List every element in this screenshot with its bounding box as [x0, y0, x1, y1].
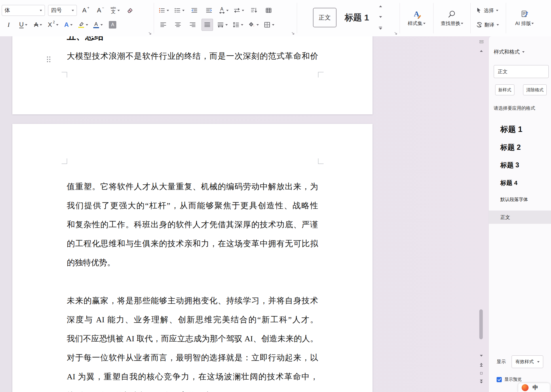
- gallery-scroll-up-button[interactable]: [378, 5, 383, 8]
- justify-button[interactable]: [202, 19, 213, 31]
- select-button[interactable]: 选择: [474, 4, 502, 17]
- decrease-indent-button[interactable]: [189, 4, 200, 16]
- style-chip-normal[interactable]: 正文: [313, 8, 337, 27]
- document-line[interactable]: 我们提供了更强大的“杠杆”，从而能够聚焦于更具创造性、战略性: [67, 196, 318, 215]
- style-item-heading2[interactable]: 标题 2: [489, 138, 551, 156]
- panel-title-row[interactable]: 样式和格式: [494, 48, 525, 55]
- select-browse-object-button[interactable]: [478, 372, 485, 374]
- select-label: 选择: [484, 7, 494, 14]
- next-page-button[interactable]: [478, 380, 485, 383]
- style-chip-heading1[interactable]: 标题 1: [339, 8, 374, 27]
- document-line[interactable]: 大模型技术浪潮不是软件行业的终结，而是一次深刻的范式革命和价: [67, 47, 318, 66]
- show-styles-combo[interactable]: 有效样式: [512, 355, 543, 368]
- ruler-toggle-button[interactable]: [478, 40, 485, 43]
- show-row: 显示 有效样式: [497, 355, 543, 368]
- document-line[interactable]: 找到属于自己的新坐标，飞向更高的天空。: [67, 386, 318, 392]
- font-size-value: 四号: [51, 7, 62, 14]
- scrollbar-thumb[interactable]: [479, 309, 483, 339]
- clear-format-button[interactable]: [124, 4, 136, 16]
- document-line[interactable]: 深度与 AI 能力、业务理解、创新思维完美结合的“新工科”人才。: [67, 310, 318, 329]
- chevron-down-icon: [40, 24, 42, 26]
- find-replace-button[interactable]: 查找替换: [434, 0, 470, 36]
- document-page-1[interactable]: 五、总结 大模型技术浪潮不是软件行业的终结，而是一次深刻的范式革命和价: [12, 36, 373, 114]
- show-preview-checkbox[interactable]: [497, 377, 502, 382]
- increase-indent-icon: [206, 7, 212, 14]
- translate-label: 翻译: [485, 22, 494, 28]
- style-item-heading3[interactable]: 标题 3: [489, 156, 551, 174]
- text-effects-button[interactable]: A: [62, 19, 74, 31]
- pinyin-guide-button[interactable]: wén 文: [109, 4, 121, 16]
- current-style-box[interactable]: 正文: [494, 65, 549, 78]
- numbered-list-button[interactable]: [173, 4, 185, 16]
- chevron-down-icon: [379, 16, 382, 18]
- chevron-down-icon: [25, 24, 27, 26]
- document-page-2[interactable]: 值重塑。它将软件人才从大量重复、机械的编码劳动中解放出来，为 我们提供了更强大的…: [12, 124, 373, 392]
- chevron-down-icon: [537, 361, 539, 363]
- bullet-list-button[interactable]: [157, 4, 170, 16]
- previous-page-button[interactable]: [478, 363, 485, 367]
- line-spacing-button[interactable]: [232, 19, 244, 31]
- gallery-expand-button[interactable]: [378, 26, 383, 30]
- italic-button[interactable]: I: [3, 19, 14, 31]
- justify-icon: [204, 21, 211, 28]
- clear-format-panel-button[interactable]: 清除格式: [523, 84, 547, 95]
- paragraph-dialog-launcher[interactable]: [291, 32, 295, 35]
- scroll-up-button[interactable]: [478, 50, 485, 52]
- document-line[interactable]: 我们不应恐惧被 AI 取代，而应立志成为那个驾驭 AI、创造未来的人。: [67, 329, 318, 348]
- style-set-button[interactable]: A 样式集: [400, 0, 433, 36]
- style-item-heading4[interactable]: 标题 4: [489, 174, 551, 192]
- font-size-combo[interactable]: 四号: [48, 5, 77, 16]
- new-style-button[interactable]: 新样式: [495, 84, 514, 95]
- shading-button[interactable]: [247, 19, 260, 31]
- distribute-button[interactable]: [216, 19, 229, 31]
- underline-button[interactable]: U: [18, 19, 29, 31]
- styles-dialog-launcher[interactable]: [394, 32, 398, 35]
- paragraph-drag-handle[interactable]: [47, 56, 50, 62]
- gallery-scroll-down-button[interactable]: [378, 16, 383, 18]
- ime-toolbar[interactable]: 中: [518, 383, 550, 392]
- paragraph-2[interactable]: 未来的赢家，将是那些能够主动拥抱变化、持续学习，并将自身技术 深度与 AI 能力…: [67, 291, 318, 392]
- document-line[interactable]: 和复杂性的工作。科班出身的软件人才凭借其深厚的技术功底、严谨: [67, 215, 318, 234]
- text-direction-button[interactable]: [233, 4, 245, 16]
- font-family-combo[interactable]: 体: [2, 5, 45, 16]
- sort-button[interactable]: [248, 4, 260, 16]
- table-grid-button[interactable]: [263, 4, 274, 16]
- translate-button[interactable]: 文 翻译: [474, 18, 502, 31]
- decrease-indent-icon: [191, 7, 198, 14]
- styles-format-panel: 样式和格式 正文 新样式 清除格式 请选择要应用的格式 标题 1 标题 2 标题…: [489, 36, 551, 392]
- section-heading-clipped[interactable]: 五、总结: [67, 36, 104, 43]
- character-scale-button[interactable]: A: [218, 4, 229, 16]
- shrink-font-button[interactable]: A −: [95, 4, 106, 16]
- document-line[interactable]: 的工程化思维和与生俱来的技术亲和力，在这场变革中拥有无可比拟: [67, 234, 318, 253]
- style-item-heading1[interactable]: 标题 1: [489, 120, 551, 138]
- style-item-default-font[interactable]: 默认段落字体: [489, 192, 551, 208]
- style-item-normal-selected[interactable]: 正文: [489, 211, 551, 224]
- font-dialog-launcher[interactable]: [148, 32, 152, 35]
- scroll-down-button[interactable]: [478, 355, 485, 357]
- font-color-button[interactable]: A: [92, 19, 104, 31]
- align-left-button[interactable]: [157, 19, 169, 31]
- document-line[interactable]: 值重塑。它将软件人才从大量重复、机械的编码劳动中解放出来，为: [67, 177, 318, 196]
- ai-layout-button[interactable]: AI 排版: [507, 0, 542, 36]
- strikethrough-button[interactable]: A: [32, 19, 44, 31]
- align-center-button[interactable]: [172, 19, 184, 31]
- borders-button[interactable]: [263, 19, 275, 31]
- highlight-color-button[interactable]: [77, 19, 89, 31]
- paragraph-1[interactable]: 值重塑。它将软件人才从大量重复、机械的编码劳动中解放出来，为 我们提供了更强大的…: [67, 177, 318, 272]
- document-line[interactable]: AI 为翼，重塑自我的核心竞争力，在这场波澜壮阔的技术革命中，: [67, 367, 318, 386]
- document-line[interactable]: 对于每一位软件从业者而言，最明智的选择就是：立即行动起来，以: [67, 348, 318, 367]
- document-line[interactable]: 未来的赢家，将是那些能够主动拥抱变化、持续学习，并将自身技术: [67, 291, 318, 310]
- vertical-scrollbar[interactable]: [478, 36, 485, 392]
- numbered-list-icon: [174, 7, 181, 14]
- style-gallery: 正文 标题 1: [298, 0, 399, 36]
- document-canvas[interactable]: 五、总结 大模型技术浪潮不是软件行业的终结，而是一次深刻的范式革命和价 值重塑。…: [0, 36, 489, 392]
- document-line[interactable]: 的独特优势。: [67, 253, 318, 272]
- align-right-button[interactable]: [187, 19, 198, 31]
- style-list: 标题 1 标题 2 标题 3 标题 4 默认段落字体 正文: [489, 120, 551, 224]
- superscript-button[interactable]: X 2: [47, 19, 59, 31]
- character-shading-button[interactable]: A: [107, 19, 118, 31]
- translate-icon: 文: [476, 21, 483, 28]
- ime-language-indicator[interactable]: 中: [533, 384, 538, 391]
- increase-indent-button[interactable]: [203, 4, 215, 16]
- grow-font-button[interactable]: A +: [80, 4, 92, 16]
